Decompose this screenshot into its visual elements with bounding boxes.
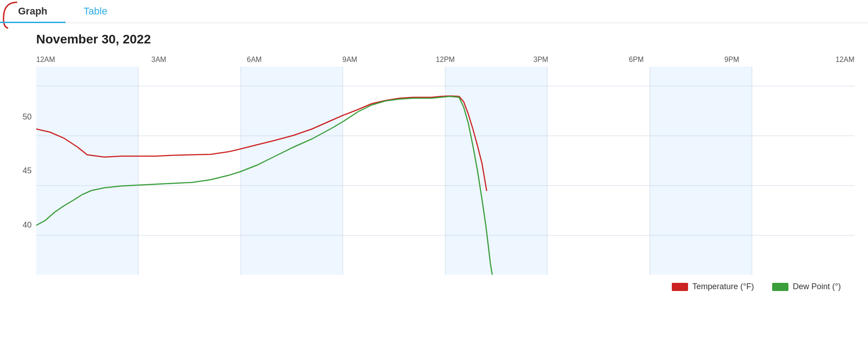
y-label-45: 45 bbox=[5, 167, 32, 175]
legend-dewpoint-color bbox=[772, 283, 788, 291]
y-axis: 50 45 40 bbox=[5, 67, 32, 275]
legend-dewpoint-label: Dew Point (°) bbox=[793, 282, 841, 291]
main-container: Graph Table November 30, 2022 12AM 3AM 6… bbox=[0, 0, 868, 353]
x-label-3pm: 3PM bbox=[514, 56, 568, 64]
svg-rect-1 bbox=[241, 67, 343, 275]
svg-rect-3 bbox=[650, 67, 752, 275]
date-title: November 30, 2022 bbox=[36, 32, 868, 47]
x-label-12am-end: 12AM bbox=[800, 56, 854, 64]
legend-temperature: Temperature (°F) bbox=[672, 282, 754, 291]
chart-area: 50 45 40 bbox=[36, 67, 854, 275]
chart-svg bbox=[36, 67, 854, 275]
x-label-6pm: 6PM bbox=[609, 56, 664, 64]
tab-graph[interactable]: Graph bbox=[0, 0, 66, 23]
tab-bar: Graph Table bbox=[0, 0, 868, 23]
x-label-9pm: 9PM bbox=[705, 56, 759, 64]
y-label-50: 50 bbox=[5, 113, 32, 121]
x-label-3am: 3AM bbox=[132, 56, 186, 64]
x-label-9am: 9AM bbox=[323, 56, 377, 64]
legend-temperature-label: Temperature (°F) bbox=[693, 282, 754, 291]
chart-wrapper: 12AM 3AM 6AM 9AM 12PM 3PM 6PM 9PM 12AM 5… bbox=[0, 56, 868, 291]
svg-rect-0 bbox=[36, 67, 138, 275]
legend: Temperature (°F) Dew Point (°) bbox=[36, 282, 854, 291]
x-label-12pm: 12PM bbox=[418, 56, 472, 64]
tab-table[interactable]: Table bbox=[66, 0, 126, 23]
x-axis: 12AM 3AM 6AM 9AM 12PM 3PM 6PM 9PM 12AM bbox=[36, 56, 854, 64]
x-label-12am-start: 12AM bbox=[36, 56, 90, 64]
y-label-40: 40 bbox=[5, 221, 32, 229]
x-label-6am: 6AM bbox=[227, 56, 282, 64]
legend-temperature-color bbox=[672, 283, 688, 291]
legend-dewpoint: Dew Point (°) bbox=[772, 282, 841, 291]
